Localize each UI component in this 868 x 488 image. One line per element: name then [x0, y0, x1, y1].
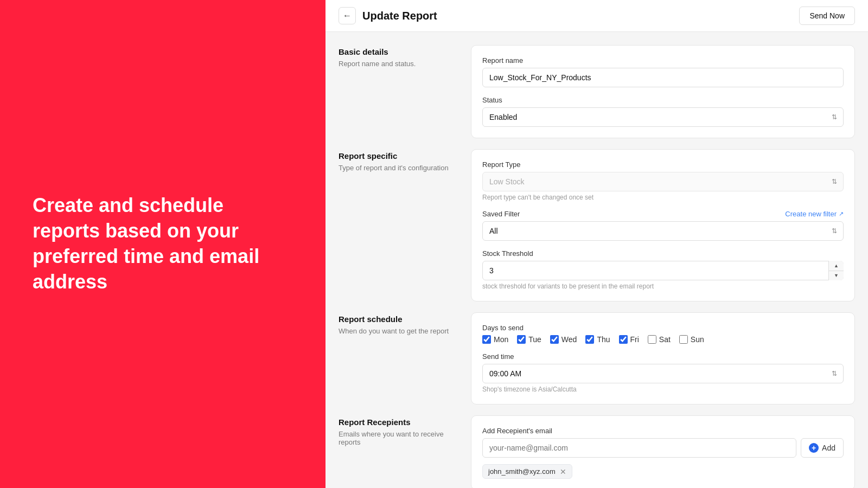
report-type-hint: Report type can't be changed once set [482, 194, 844, 201]
day-fri-checkbox[interactable] [619, 335, 628, 344]
day-sat-checkbox[interactable] [648, 335, 656, 344]
basic-details-card: Report name Status Enabled Disabled [471, 45, 855, 138]
basic-details-desc: Report name and status. [339, 60, 458, 68]
email-tag-0-text: john_smith@xyz.com [488, 467, 556, 476]
stock-threshold-input-wrapper: ▲ ▼ [482, 261, 844, 280]
email-tag-list: john_smith@xyz.com ✕ [482, 464, 844, 479]
left-panel: Create and schedule reports based on you… [0, 0, 326, 488]
basic-details-section: Basic details Report name and status. Re… [339, 45, 855, 138]
day-sun-label: Sun [691, 335, 704, 344]
stock-threshold-input[interactable] [482, 261, 844, 280]
send-time-label: Send time [482, 352, 844, 361]
day-mon[interactable]: Mon [482, 335, 508, 344]
day-mon-label: Mon [494, 335, 508, 344]
timezone-hint: Shop's timezone is Asia/Calcutta [482, 386, 844, 393]
report-specific-label: Report specific Type of report and it's … [339, 149, 458, 301]
report-specific-title: Report specific [339, 151, 458, 160]
report-recipients-section: Report Recepients Emails where you want … [339, 415, 855, 488]
status-group: Status Enabled Disabled [482, 96, 844, 127]
create-filter-text: Create new filter [785, 210, 837, 218]
status-label: Status [482, 96, 844, 104]
stock-threshold-hint: stock threshold for variants to be prese… [482, 282, 844, 290]
day-fri-label: Fri [630, 335, 639, 344]
header-left: ← Update Report [339, 7, 437, 24]
number-spinners: ▲ ▼ [828, 261, 844, 280]
report-schedule-section: Report schedule When do you want to get … [339, 312, 855, 404]
report-specific-section: Report specific Type of report and it's … [339, 149, 855, 301]
right-panel: ← Update Report Send Now Basic details R… [326, 0, 868, 488]
add-email-button[interactable]: + Add [801, 438, 844, 458]
saved-filter-group: Saved Filter Create new filter ↗ All [482, 210, 844, 241]
page-header: ← Update Report Send Now [326, 0, 868, 32]
report-type-select[interactable]: Low Stock [482, 172, 844, 191]
days-row: Mon Tue Wed Thu [482, 335, 844, 344]
send-time-select-wrapper: 09:00 AM [482, 364, 844, 383]
external-link-icon: ↗ [839, 210, 844, 217]
back-button[interactable]: ← [339, 7, 356, 24]
back-icon: ← [343, 11, 352, 21]
stock-threshold-group: Stock Threshold ▲ ▼ stock threshold for … [482, 249, 844, 290]
report-schedule-title: Report schedule [339, 314, 458, 324]
day-sat-label: Sat [659, 335, 671, 344]
email-input-row: + Add [482, 438, 844, 458]
day-sat[interactable]: Sat [648, 335, 671, 344]
saved-filter-select[interactable]: All [482, 221, 844, 241]
add-email-label: Add Recepient's email [482, 427, 844, 435]
send-time-select[interactable]: 09:00 AM [482, 364, 844, 383]
days-to-send-label: Days to send [482, 324, 844, 332]
day-thu-label: Thu [597, 335, 610, 344]
day-wed-checkbox[interactable] [550, 335, 559, 344]
day-fri[interactable]: Fri [619, 335, 639, 344]
create-filter-link[interactable]: Create new filter ↗ [785, 210, 844, 218]
day-tue-checkbox[interactable] [517, 335, 526, 344]
spinner-up[interactable]: ▲ [829, 261, 844, 271]
basic-details-label: Basic details Report name and status. [339, 45, 458, 138]
report-type-group: Report Type Low Stock Report type can't … [482, 160, 844, 201]
report-specific-card: Report Type Low Stock Report type can't … [471, 149, 855, 301]
add-button-label: Add [822, 444, 835, 452]
day-thu[interactable]: Thu [585, 335, 610, 344]
day-wed-label: Wed [561, 335, 577, 344]
days-to-send-group: Days to send Mon Tue Wed [482, 324, 844, 344]
send-time-group: Send time 09:00 AM Shop's timezone is As… [482, 352, 844, 393]
day-tue[interactable]: Tue [517, 335, 541, 344]
day-tue-label: Tue [528, 335, 541, 344]
report-specific-desc: Type of report and it's configuration [339, 164, 458, 172]
report-recipients-card: Add Recepient's email + Add john_smith@x… [471, 415, 855, 488]
saved-filter-label-row: Saved Filter Create new filter ↗ [482, 210, 844, 218]
report-schedule-desc: When do you want to get the report [339, 327, 458, 335]
stock-threshold-label: Stock Threshold [482, 249, 844, 258]
report-recipients-desc: Emails where you want to receive reports [339, 430, 458, 446]
email-tag-0-remove[interactable]: ✕ [560, 468, 566, 476]
main-content: Basic details Report name and status. Re… [326, 32, 868, 488]
basic-details-title: Basic details [339, 47, 458, 56]
add-icon: + [809, 443, 819, 453]
report-recipients-title: Report Recepients [339, 418, 458, 427]
status-select[interactable]: Enabled Disabled [482, 107, 844, 127]
send-now-button[interactable]: Send Now [799, 7, 855, 25]
day-thu-checkbox[interactable] [585, 335, 594, 344]
report-name-input[interactable] [482, 68, 844, 87]
report-schedule-card: Days to send Mon Tue Wed [471, 312, 855, 404]
status-select-wrapper: Enabled Disabled [482, 107, 844, 127]
report-name-label: Report name [482, 56, 844, 65]
spinner-down[interactable]: ▼ [829, 271, 844, 281]
report-schedule-label: Report schedule When do you want to get … [339, 312, 458, 404]
saved-filter-select-wrapper: All [482, 221, 844, 241]
day-sun[interactable]: Sun [679, 335, 704, 344]
report-type-select-wrapper: Low Stock [482, 172, 844, 191]
day-mon-checkbox[interactable] [482, 335, 491, 344]
report-name-group: Report name [482, 56, 844, 87]
report-recipients-label: Report Recepients Emails where you want … [339, 415, 458, 488]
email-tag-0: john_smith@xyz.com ✕ [482, 464, 572, 479]
add-email-group: Add Recepient's email + Add john_smith@x… [482, 427, 844, 479]
page-title: Update Report [362, 10, 437, 22]
day-wed[interactable]: Wed [550, 335, 577, 344]
report-type-label: Report Type [482, 160, 844, 169]
saved-filter-label: Saved Filter [482, 210, 520, 218]
left-panel-headline: Create and schedule reports based on you… [33, 193, 293, 294]
day-sun-checkbox[interactable] [679, 335, 688, 344]
email-input[interactable] [482, 438, 796, 458]
